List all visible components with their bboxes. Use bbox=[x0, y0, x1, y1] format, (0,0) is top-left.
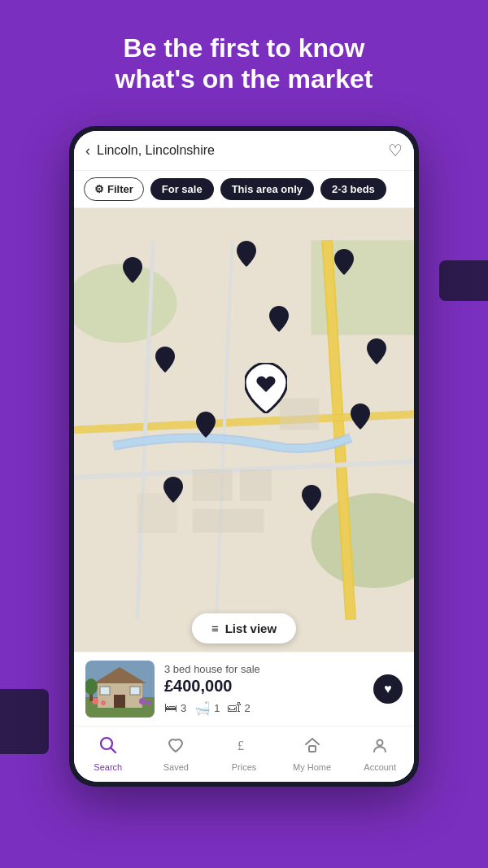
property-info: 3 bed house for sale £400,000 🛏 3 🛁 1 🛋 … bbox=[164, 663, 364, 716]
nav-account[interactable]: Account bbox=[346, 733, 414, 775]
bed-icon: 🛏 bbox=[164, 700, 177, 715]
account-nav-icon bbox=[371, 736, 389, 759]
svg-line-23 bbox=[111, 748, 115, 753]
property-title: 3 bed house for sale bbox=[164, 663, 364, 675]
nav-saved[interactable]: Saved bbox=[142, 733, 211, 775]
beds-count: 3 bbox=[181, 702, 186, 714]
property-image bbox=[85, 661, 155, 718]
nav-myhome[interactable]: My Home bbox=[278, 733, 346, 775]
svg-rect-14 bbox=[100, 687, 110, 695]
map-pin-10[interactable] bbox=[302, 485, 321, 514]
saved-nav-icon bbox=[167, 736, 185, 759]
nav-prices[interactable]: £ Prices bbox=[210, 733, 278, 775]
map-pin-4[interactable] bbox=[155, 347, 175, 376]
search-nav-icon bbox=[99, 736, 117, 759]
filter-row: ⚙ Filter For sale This area only 2-3 bed… bbox=[74, 171, 414, 208]
beds-feature: 🛏 3 bbox=[164, 700, 186, 715]
svg-rect-15 bbox=[130, 687, 140, 695]
this-area-chip[interactable]: This area only bbox=[220, 178, 314, 200]
property-price: £400,000 bbox=[164, 677, 364, 696]
map-pin-8[interactable] bbox=[351, 403, 370, 433]
map-pin-3[interactable] bbox=[334, 249, 354, 278]
search-nav-label: Search bbox=[94, 762, 122, 772]
search-bar: ‹ Lincoln, Lincolnshire ♡ bbox=[74, 131, 414, 171]
headline-line1: Be the first to know bbox=[124, 33, 365, 63]
map-area[interactable]: ≡ List view bbox=[74, 208, 414, 652]
baths-feature: 🛁 1 bbox=[194, 700, 220, 716]
svg-rect-5 bbox=[240, 469, 272, 501]
filter-sliders-icon: ⚙ bbox=[94, 183, 104, 195]
map-pin-9[interactable] bbox=[163, 477, 183, 506]
svg-rect-13 bbox=[114, 695, 125, 708]
location-text[interactable]: Lincoln, Lincolnshire bbox=[97, 143, 381, 158]
back-button[interactable]: ‹ bbox=[85, 142, 90, 159]
reception-feature: 🛋 2 bbox=[228, 700, 250, 715]
property-card[interactable]: 3 bed house for sale £400,000 🛏 3 🛁 1 🛋 … bbox=[74, 652, 414, 726]
phone-screen: ‹ Lincoln, Lincolnshire ♡ ⚙ Filter For s… bbox=[74, 131, 414, 782]
baths-count: 1 bbox=[214, 702, 220, 714]
nav-search[interactable]: Search bbox=[74, 733, 142, 775]
list-icon: ≡ bbox=[211, 622, 219, 635]
filter-button[interactable]: ⚙ Filter bbox=[84, 177, 144, 201]
list-view-button[interactable]: ≡ List view bbox=[192, 613, 296, 643]
sofa-icon: 🛋 bbox=[228, 700, 241, 715]
svg-rect-25 bbox=[309, 746, 316, 752]
save-search-button[interactable]: ♡ bbox=[388, 141, 403, 160]
svg-point-16 bbox=[92, 698, 98, 704]
bath-icon: 🛁 bbox=[194, 700, 211, 716]
map-pin-7[interactable] bbox=[196, 412, 216, 441]
prices-nav-icon: £ bbox=[235, 736, 253, 759]
svg-point-26 bbox=[377, 740, 383, 746]
svg-point-19 bbox=[146, 700, 151, 705]
property-features: 🛏 3 🛁 1 🛋 2 bbox=[164, 700, 364, 716]
beds-chip[interactable]: 2-3 beds bbox=[320, 178, 386, 200]
cutout-right bbox=[439, 260, 488, 301]
myhome-nav-label: My Home bbox=[293, 762, 331, 772]
sofa-count: 2 bbox=[244, 702, 250, 714]
svg-rect-6 bbox=[193, 509, 264, 533]
map-pin-featured[interactable] bbox=[245, 363, 287, 417]
account-nav-label: Account bbox=[364, 762, 396, 772]
map-pin-6[interactable] bbox=[367, 338, 386, 368]
bottom-nav: Search Saved £ Prices bbox=[74, 726, 414, 782]
for-sale-chip[interactable]: For sale bbox=[150, 178, 214, 200]
saved-nav-label: Saved bbox=[163, 762, 189, 772]
list-view-label: List view bbox=[225, 622, 277, 635]
prices-nav-label: Prices bbox=[232, 762, 257, 772]
filter-label: Filter bbox=[107, 183, 133, 195]
svg-point-18 bbox=[139, 698, 146, 704]
favourite-button[interactable]: ♥ bbox=[373, 674, 403, 704]
cutout-left bbox=[0, 689, 49, 754]
svg-text:£: £ bbox=[237, 739, 244, 752]
heart-filled-icon: ♥ bbox=[384, 682, 392, 696]
svg-point-17 bbox=[101, 700, 106, 705]
myhome-nav-icon bbox=[303, 736, 321, 759]
svg-rect-4 bbox=[193, 469, 233, 501]
headline-line2: what's on the market bbox=[115, 64, 373, 94]
phone-frame: ‹ Lincoln, Lincolnshire ♡ ⚙ Filter For s… bbox=[69, 126, 419, 787]
map-pin-5[interactable] bbox=[269, 306, 289, 335]
map-pin-1[interactable] bbox=[123, 257, 142, 286]
headline: Be the first to know what's on the marke… bbox=[0, 0, 488, 111]
map-pin-2[interactable] bbox=[237, 241, 256, 270]
